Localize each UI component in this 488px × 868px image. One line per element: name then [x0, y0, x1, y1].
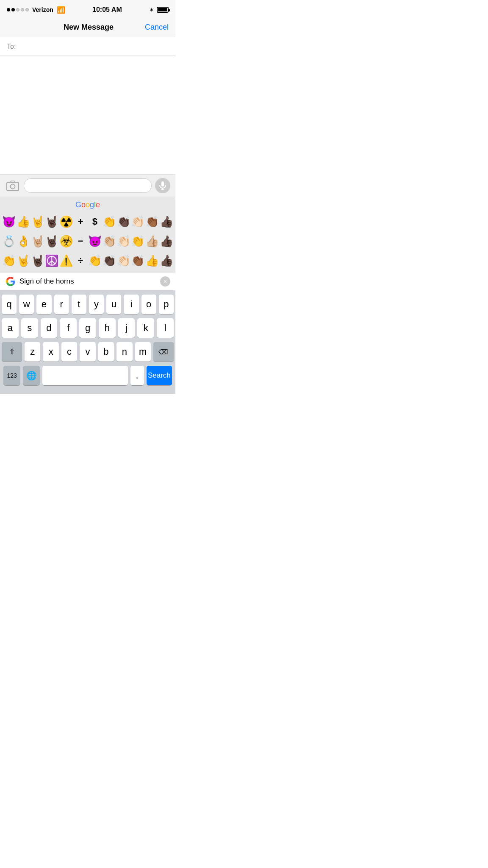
emoji-horns-med[interactable]: 🤘🏼 [30, 233, 45, 249]
emoji-devil[interactable]: 😈 [2, 214, 16, 230]
shift-key[interactable]: ⇧ [2, 342, 22, 362]
battery-fill [158, 8, 167, 11]
key-a[interactable]: a [2, 318, 19, 338]
google-logo [5, 276, 16, 287]
space-key[interactable] [42, 366, 128, 385]
key-e[interactable]: e [36, 295, 51, 314]
google-e: e [96, 200, 100, 209]
suggestions-area: Google 😈 👍 🤘 🤘🏿 ☢️ + $ 👏 👏🏿 👏🏻 👏🏾 👍🏿 💍 👌… [0, 197, 175, 272]
emoji-clap-med3[interactable]: 👏🏾 [130, 253, 145, 269]
emoji-thumbsup-dark3[interactable]: 👍🏿 [159, 253, 174, 269]
key-x[interactable]: x [43, 342, 58, 362]
wifi-icon: 📶 [57, 6, 65, 14]
emoji-thumbsup-med[interactable]: 👍🏼 [145, 233, 159, 249]
emoji-thumbsup-dark[interactable]: 👍🏿 [159, 214, 174, 230]
key-m[interactable]: m [135, 342, 151, 362]
emoji-clap-light3[interactable]: 👏🏻 [116, 253, 131, 269]
emoji-clap-light2[interactable]: 👏🏻 [116, 233, 131, 249]
key-k[interactable]: k [137, 318, 154, 338]
emoji-clap4[interactable]: 👏 [88, 253, 102, 269]
svg-rect-3 [161, 181, 164, 186]
emoji-thumbsup-dark2[interactable]: 👍🏿 [159, 233, 174, 249]
key-w[interactable]: w [19, 295, 34, 314]
key-g[interactable]: g [79, 318, 96, 338]
key-d[interactable]: d [41, 318, 58, 338]
emoji-clap-light[interactable]: 👏🏻 [130, 214, 145, 230]
emoji-biohazard[interactable]: ☣️ [59, 233, 73, 249]
emoji-clap2[interactable]: 👏 [130, 233, 145, 249]
key-t[interactable]: t [72, 295, 86, 314]
dot-4 [21, 8, 24, 11]
key-j[interactable]: j [118, 318, 135, 338]
svg-rect-0 [7, 182, 19, 191]
key-c[interactable]: c [61, 342, 77, 362]
status-time: 10:05 AM [92, 6, 122, 14]
camera-button[interactable] [5, 178, 20, 193]
emoji-thumbsup2[interactable]: 👍 [145, 253, 159, 269]
emoji-warning[interactable]: ⚠️ [59, 253, 73, 269]
svg-point-1 [11, 184, 15, 189]
status-bar: Verizon 📶 10:05 AM ✶ [0, 0, 175, 19]
key-r[interactable]: r [54, 295, 69, 314]
emoji-ok[interactable]: 👌 [16, 233, 30, 249]
emoji-radioactive[interactable]: ☢️ [59, 214, 73, 230]
dot-5 [25, 8, 29, 11]
message-input[interactable] [24, 178, 152, 193]
search-query-input[interactable] [19, 277, 157, 286]
emoji-minus[interactable]: − [73, 233, 88, 249]
google-g: G [75, 200, 81, 209]
key-u[interactable]: u [106, 295, 121, 314]
keyboard-bottom-row: 123 🌐 . Search [2, 366, 174, 388]
clear-search-button[interactable]: × [160, 276, 170, 287]
emoji-clap-med2[interactable]: 👏🏼 [102, 233, 116, 249]
emoji-thumbsup[interactable]: 👍 [16, 214, 30, 230]
search-button[interactable]: Search [147, 366, 172, 385]
key-p[interactable]: p [159, 295, 174, 314]
emoji-clap-dark[interactable]: 👏🏿 [116, 214, 131, 230]
key-l[interactable]: l [157, 318, 174, 338]
to-input[interactable] [17, 43, 169, 50]
backspace-key[interactable]: ⌫ [153, 342, 174, 362]
emoji-devil2[interactable]: 😈 [88, 233, 102, 249]
emoji-horns1[interactable]: 🤘 [30, 214, 45, 230]
key-h[interactable]: h [99, 318, 116, 338]
key-y[interactable]: y [89, 295, 104, 314]
emoji-peace[interactable]: ☮️ [44, 253, 59, 269]
key-q[interactable]: q [2, 295, 17, 314]
emoji-ring[interactable]: 💍 [2, 233, 16, 249]
key-i[interactable]: i [124, 295, 139, 314]
emoji-grid: 😈 👍 🤘 🤘🏿 ☢️ + $ 👏 👏🏿 👏🏻 👏🏾 👍🏿 💍 👌 🤘🏼 🤘🏿 … [0, 212, 175, 270]
emoji-clap-dark2[interactable]: 👏🏿 [102, 253, 116, 269]
search-query-bar: × [0, 272, 175, 290]
emoji-horns2[interactable]: 🤘 [16, 253, 30, 269]
emoji-horns-dark2[interactable]: 🤘🏿 [44, 233, 59, 249]
emoji-horns-dark[interactable]: 🤘🏿 [44, 214, 59, 230]
numbers-key[interactable]: 123 [3, 366, 20, 385]
period-key[interactable]: . [130, 366, 144, 385]
status-right: ✶ [149, 6, 169, 13]
emoji-row-2: 💍 👌 🤘🏼 🤘🏿 ☣️ − 😈 👏🏼 👏🏻 👏 👍🏼 👍🏿 [2, 231, 174, 251]
message-body[interactable] [0, 56, 175, 175]
key-v[interactable]: v [80, 342, 95, 362]
emoji-clap3[interactable]: 👏 [2, 253, 16, 269]
globe-key[interactable]: 🌐 [23, 366, 40, 385]
key-z[interactable]: z [25, 342, 40, 362]
emoji-clap1[interactable]: 👏 [102, 214, 116, 230]
key-o[interactable]: o [141, 295, 156, 314]
keyboard-row-2: a s d f g h j k l [2, 318, 174, 338]
nav-bar: New Message Cancel [0, 19, 175, 37]
key-b[interactable]: b [98, 342, 114, 362]
cancel-button[interactable]: Cancel [145, 23, 169, 32]
to-field[interactable]: To: [0, 37, 175, 56]
keyboard: q w e r t y u i o p a s d f g h j k l ⇧ … [0, 290, 175, 394]
emoji-divide[interactable]: ÷ [73, 253, 88, 269]
key-s[interactable]: s [21, 318, 38, 338]
emoji-plus[interactable]: + [73, 214, 88, 230]
mic-button[interactable] [155, 178, 170, 193]
key-n[interactable]: n [116, 342, 132, 362]
emoji-clap-med[interactable]: 👏🏾 [145, 214, 159, 230]
emoji-dollar[interactable]: $ [88, 214, 102, 230]
key-f[interactable]: f [60, 318, 77, 338]
emoji-horns-dark3[interactable]: 🤘🏿 [30, 253, 45, 269]
signal-dots [7, 8, 29, 11]
